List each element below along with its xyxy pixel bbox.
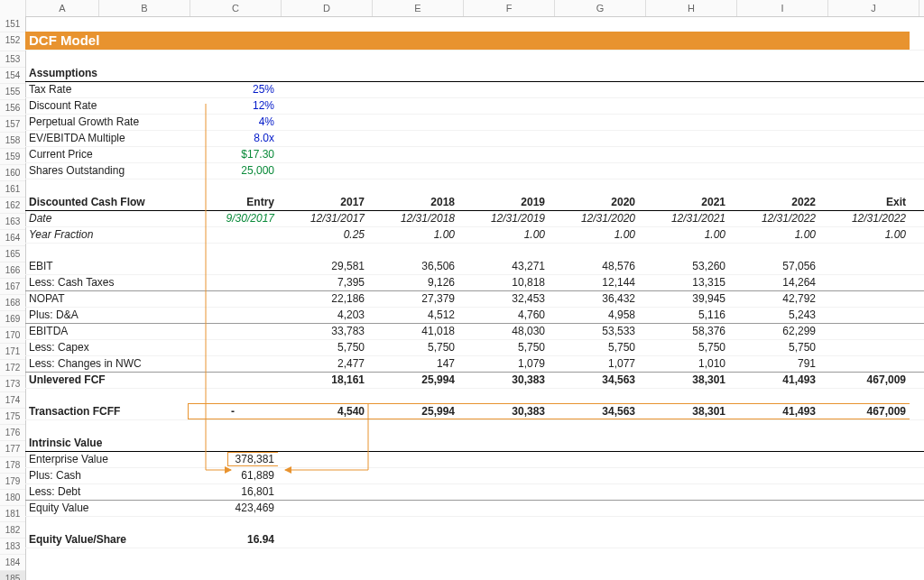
assumption-value[interactable]: $17.30 [188, 147, 278, 162]
row-head-175[interactable]: 175 [0, 409, 25, 425]
txn-2019[interactable]: 30,383 [458, 404, 549, 419]
row-head-158[interactable]: 158 [0, 133, 25, 149]
ufcf-exit[interactable]: 467,009 [819, 373, 910, 388]
dcf-cell[interactable]: 10,818 [458, 275, 549, 290]
dcf-cell[interactable]: 43,271 [458, 259, 549, 274]
date-2021[interactable]: 12/31/2021 [639, 211, 729, 226]
dcf-cell[interactable]: 4,760 [458, 308, 549, 323]
dcf-cell[interactable]: 791 [729, 356, 819, 372]
row-head-180[interactable]: 180 [0, 490, 25, 506]
date-2020[interactable]: 12/31/2020 [549, 211, 639, 226]
row-head-160[interactable]: 160 [0, 165, 25, 181]
row-head-170[interactable]: 170 [0, 327, 25, 344]
row-head-156[interactable]: 156 [0, 100, 25, 116]
row-head-152[interactable]: 152 [0, 32, 25, 51]
row-head-168[interactable]: 168 [0, 295, 25, 311]
col-head-C[interactable]: C [190, 0, 282, 16]
col-head-G[interactable]: G [555, 0, 646, 16]
txn-exit[interactable]: 467,009 [819, 404, 910, 419]
txn-2021[interactable]: 38,301 [639, 404, 729, 419]
row-head-173[interactable]: 173 [0, 376, 25, 392]
row-head-182[interactable]: 182 [0, 522, 25, 539]
row-head-162[interactable]: 162 [0, 198, 25, 214]
txn-entry[interactable]: - [188, 404, 278, 419]
ufcf-2022[interactable]: 41,493 [729, 373, 819, 388]
col-head-D[interactable]: D [282, 0, 373, 16]
row-head-161[interactable]: 161 [0, 181, 25, 198]
row-head-177[interactable]: 177 [0, 441, 25, 457]
dcf-cell[interactable]: 147 [368, 356, 458, 372]
row-head-157[interactable]: 157 [0, 116, 25, 133]
dcf-cell[interactable]: 2,477 [278, 356, 368, 372]
dcf-cell[interactable]: 48,576 [549, 259, 639, 274]
date-entry[interactable]: 9/30/2017 [188, 211, 278, 226]
dcf-cell[interactable]: 4,512 [368, 308, 458, 323]
dcf-cell[interactable]: 5,243 [729, 308, 819, 323]
col-head-I[interactable]: I [737, 0, 828, 16]
dcf-cell[interactable]: 27,379 [368, 291, 458, 307]
dcf-cell[interactable]: 22,186 [278, 291, 368, 307]
ufcf-2021[interactable]: 38,301 [639, 373, 729, 388]
ufcf-2019[interactable]: 30,383 [458, 373, 549, 388]
dcf-cell[interactable]: 13,315 [639, 275, 729, 290]
row-head-166[interactable]: 166 [0, 262, 25, 279]
row-head-184[interactable]: 184 [0, 555, 25, 571]
dcf-cell[interactable]: 42,792 [729, 291, 819, 307]
row-head-179[interactable]: 179 [0, 474, 25, 490]
dcf-cell[interactable]: 41,018 [368, 324, 458, 339]
col-head-J[interactable]: J [828, 0, 919, 16]
row-head-172[interactable]: 172 [0, 360, 25, 376]
txn-2017[interactable]: 4,540 [278, 404, 368, 419]
dcf-cell[interactable]: 5,750 [729, 340, 819, 355]
dcf-cell[interactable]: 7,395 [278, 275, 368, 290]
dcf-cell[interactable]: 33,783 [278, 324, 368, 339]
column-headers[interactable]: A B C D E F G H I J [0, 0, 924, 17]
assumption-value[interactable]: 25% [188, 82, 278, 97]
dcf-cell[interactable]: 5,750 [368, 340, 458, 355]
dcf-cell[interactable]: 53,533 [549, 324, 639, 339]
intrinsic-value[interactable]: 423,469 [188, 501, 278, 516]
yf-exit[interactable]: 1.00 [819, 227, 910, 243]
row-headers[interactable]: 1511521531541551561571581591601611621631… [0, 16, 26, 580]
dcf-cell[interactable]: 1,010 [639, 356, 729, 372]
spreadsheet[interactable]: A B C D E F G H I J 15115215315415515615… [0, 0, 924, 580]
dcf-cell[interactable]: 36,432 [549, 291, 639, 307]
yf-2017[interactable]: 0.25 [278, 227, 368, 243]
dcf-cell[interactable]: 1,079 [458, 356, 549, 372]
assumption-value[interactable]: 4% [188, 115, 278, 130]
date-exit[interactable]: 12/31/2022 [819, 211, 910, 226]
row-head-159[interactable]: 159 [0, 149, 25, 165]
row-head-153[interactable]: 153 [0, 51, 25, 68]
dcf-cell[interactable]: 5,116 [639, 308, 729, 323]
dcf-cell[interactable]: 5,750 [549, 340, 639, 355]
row-head-151[interactable]: 151 [0, 16, 25, 32]
row-head-167[interactable]: 167 [0, 279, 25, 295]
assumption-value[interactable]: 8.0x [188, 131, 278, 146]
yf-2019[interactable]: 1.00 [458, 227, 549, 243]
yf-2021[interactable]: 1.00 [639, 227, 729, 243]
dcf-cell[interactable]: 5,750 [639, 340, 729, 355]
dcf-cell[interactable]: 39,945 [639, 291, 729, 307]
dcf-cell[interactable]: 48,030 [458, 324, 549, 339]
row-head-165[interactable]: 165 [0, 246, 25, 262]
dcf-cell[interactable]: 1,077 [549, 356, 639, 372]
row-head-163[interactable]: 163 [0, 214, 25, 230]
date-2022[interactable]: 12/31/2022 [729, 211, 819, 226]
row-head-169[interactable]: 169 [0, 311, 25, 327]
dcf-cell[interactable]: 14,264 [729, 275, 819, 290]
ufcf-2017[interactable]: 18,161 [278, 373, 368, 388]
col-head-B[interactable]: B [99, 0, 190, 16]
row-head-181[interactable]: 181 [0, 506, 25, 522]
date-2017[interactable]: 12/31/2017 [278, 211, 368, 226]
row-head-176[interactable]: 176 [0, 425, 25, 441]
intrinsic-value[interactable]: 16,801 [188, 484, 278, 500]
txn-2018[interactable]: 25,994 [368, 404, 458, 419]
dcf-cell[interactable]: 36,506 [368, 259, 458, 274]
ufcf-2020[interactable]: 34,563 [549, 373, 639, 388]
sheet-body[interactable]: DCF Model Assumptions Tax Rate25%Discoun… [25, 16, 924, 564]
dcf-cell[interactable]: 5,750 [278, 340, 368, 355]
evps-value[interactable]: 16.94 [188, 532, 278, 548]
col-head-E[interactable]: E [373, 0, 464, 16]
row-head-154[interactable]: 154 [0, 68, 25, 84]
intrinsic-value[interactable]: 378,381 [188, 452, 278, 467]
